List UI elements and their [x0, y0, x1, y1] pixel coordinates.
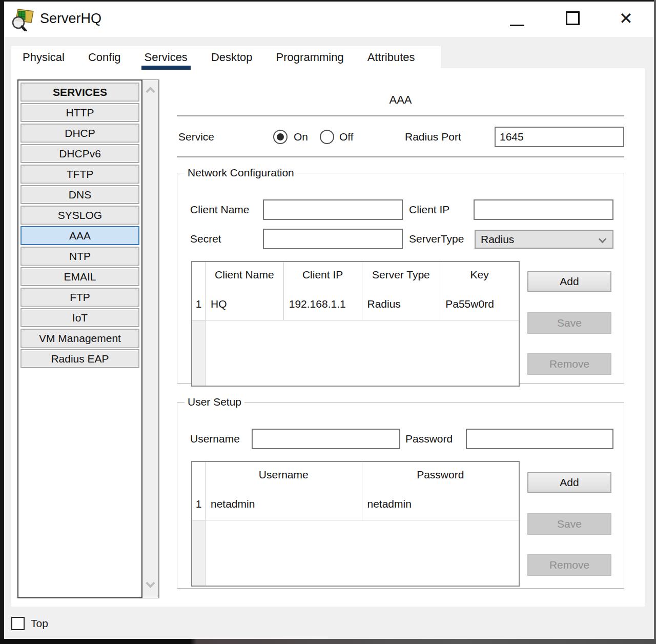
table-filler — [206, 520, 519, 586]
service-on-radio[interactable] — [273, 130, 288, 144]
column-header: Password — [362, 462, 519, 488]
secret-input[interactable] — [263, 229, 403, 249]
username-label: Username — [190, 429, 240, 449]
window-frame-left — [0, 0, 4, 639]
tab-label: Config — [88, 51, 121, 64]
sidebar-item-ftp[interactable]: FTP — [20, 288, 139, 307]
table-filler — [206, 320, 519, 386]
network-add-button[interactable]: Add — [527, 271, 611, 292]
sidebar-item-dns[interactable]: DNS — [20, 185, 139, 204]
app-icon — [11, 7, 36, 31]
radius-port-input[interactable] — [495, 127, 624, 147]
sidebar-item-aaa[interactable]: AAA — [20, 226, 139, 245]
user-add-button[interactable]: Add — [527, 472, 611, 493]
page-title: AAA — [177, 93, 624, 107]
radius-port-label: Radius Port — [405, 127, 461, 147]
tab-label: Services — [145, 51, 188, 64]
tab-bar: PhysicalConfigServicesDesktopProgramming… — [11, 46, 441, 68]
user-setup-group: User Setup Username Password Username Pa… — [177, 396, 624, 589]
divider — [177, 156, 624, 157]
username-cell[interactable]: netadmin — [206, 488, 362, 520]
window-frame-bottom — [0, 639, 656, 644]
sidebar-item-dhcp[interactable]: DHCP — [20, 124, 139, 143]
service-off-label: Off — [339, 127, 354, 147]
tab-config[interactable]: Config — [88, 48, 121, 67]
sidebar-item-vm-management[interactable]: VM Management — [20, 329, 139, 348]
column-header: Client Name — [206, 262, 284, 288]
chevron-down-icon — [599, 235, 607, 244]
sidebar-item-ntp[interactable]: NTP — [20, 247, 139, 266]
client-ip-cell[interactable]: 192.168.1.1 — [284, 288, 362, 320]
network-remove-button[interactable]: Remove — [527, 353, 611, 375]
tab-label: Desktop — [211, 51, 253, 64]
secret-label: Secret — [190, 229, 221, 249]
users-table: Username Password 1 netadmin netadmin — [191, 461, 520, 587]
scroll-up-icon[interactable] — [146, 87, 155, 96]
column-header: Server Type — [362, 262, 441, 288]
clients-table: Client Name Client IP Server Type Key 1 … — [191, 261, 520, 387]
sidebar-item-http[interactable]: HTTP — [20, 103, 139, 122]
sidebar-item-tftp[interactable]: TFTP — [20, 165, 139, 184]
maximize-icon[interactable] — [566, 11, 580, 25]
divider — [177, 115, 624, 116]
client-name-input[interactable] — [263, 199, 403, 220]
app-body: PhysicalConfigServicesDesktopProgramming… — [4, 37, 654, 639]
tab-programming[interactable]: Programming — [276, 48, 344, 67]
sidebar-header-services[interactable]: SERVICES — [20, 83, 139, 102]
server-type-cell[interactable]: Radius — [362, 288, 441, 320]
scroll-down-icon[interactable] — [146, 578, 155, 588]
tab-desktop[interactable]: Desktop — [211, 48, 253, 67]
tab-label: Programming — [276, 51, 344, 64]
row-number-header — [192, 462, 206, 488]
key-cell[interactable]: Pa55w0rd — [440, 288, 519, 320]
title-bar: ServerHQ ✕ — [4, 2, 654, 37]
tab-services[interactable]: Services — [145, 48, 188, 67]
network-configuration-group: Network Configuration Client Name Client… — [177, 167, 624, 384]
service-on-label: On — [294, 127, 308, 147]
column-header: Client IP — [284, 262, 362, 288]
password-label: Password — [405, 429, 453, 449]
services-sidebar: SERVICESHTTPDHCPDHCPv6TFTPDNSSYSLOGAAANT… — [17, 79, 142, 598]
service-label: Service — [178, 127, 214, 147]
user-remove-button[interactable]: Remove — [527, 554, 611, 576]
column-header: Key — [440, 262, 519, 288]
client-ip-label: Client IP — [409, 199, 449, 220]
user-setup-legend: User Setup — [184, 396, 244, 408]
network-save-button[interactable]: Save — [527, 312, 611, 334]
server-type-value: Radius — [481, 233, 514, 246]
close-icon[interactable]: ✕ — [619, 9, 633, 28]
client-ip-input[interactable] — [474, 199, 613, 220]
client-name-label: Client Name — [190, 199, 250, 220]
window-title: ServerHQ — [40, 11, 101, 27]
sidebar-item-iot[interactable]: IoT — [20, 308, 139, 327]
top-checkbox[interactable] — [11, 617, 25, 630]
tab-label: Attributes — [367, 51, 415, 64]
minimize-icon[interactable] — [510, 25, 524, 26]
client-name-cell[interactable]: HQ — [206, 288, 284, 320]
username-input[interactable] — [252, 429, 400, 449]
row-number[interactable]: 1 — [192, 488, 206, 520]
password-input[interactable] — [466, 429, 613, 449]
service-off-radio[interactable] — [320, 130, 334, 144]
sidebar-scrollbar[interactable] — [142, 79, 159, 598]
sidebar-item-syslog[interactable]: SYSLOG — [20, 206, 139, 225]
table-filler-gutter — [192, 320, 206, 386]
row-number-header — [192, 262, 206, 288]
sidebar-item-radius-eap[interactable]: Radius EAP — [20, 349, 139, 368]
top-checkbox-label: Top — [31, 617, 48, 630]
network-configuration-legend: Network Configuration — [184, 167, 297, 179]
column-header: Username — [206, 462, 362, 488]
password-cell[interactable]: netadmin — [362, 488, 519, 520]
tab-label: Physical — [23, 51, 65, 64]
sidebar-item-email[interactable]: EMAIL — [20, 267, 139, 286]
row-number[interactable]: 1 — [192, 288, 206, 320]
tab-physical[interactable]: Physical — [23, 48, 65, 67]
server-type-label: ServerType — [409, 229, 464, 249]
user-save-button[interactable]: Save — [527, 513, 611, 535]
tab-attributes[interactable]: Attributes — [367, 48, 415, 67]
window-frame-right — [654, 0, 656, 639]
sidebar-item-dhcpv6[interactable]: DHCPv6 — [20, 144, 139, 163]
server-type-dropdown[interactable]: Radius — [475, 230, 613, 249]
active-tab-underline — [141, 66, 191, 70]
table-filler-gutter — [192, 520, 206, 586]
